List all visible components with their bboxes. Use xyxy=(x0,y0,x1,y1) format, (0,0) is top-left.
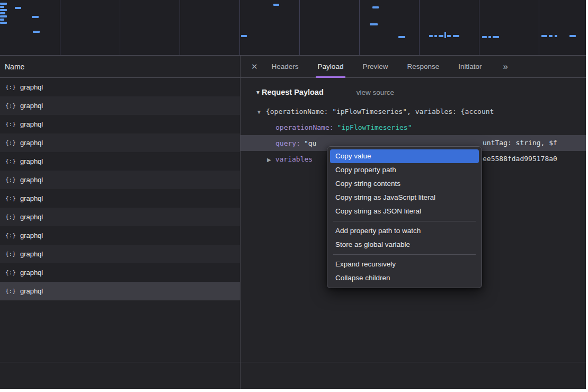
view-source-link[interactable]: view source xyxy=(357,88,394,96)
menu-item-collapse-children[interactable]: Collapse children xyxy=(330,271,479,285)
tabs-strip: HeadersPayloadPreviewResponseInitiator xyxy=(272,56,501,78)
property-key: query: xyxy=(275,139,300,147)
triangle-down-icon[interactable]: ▼ xyxy=(256,109,262,115)
json-braces-icon: {:} xyxy=(5,176,16,183)
grid-line xyxy=(539,0,539,55)
operation-name-row[interactable]: operationName:"ipFlowTimeseries" xyxy=(240,119,586,135)
request-row[interactable]: {:}graphql xyxy=(0,171,240,189)
request-timing-bar xyxy=(370,23,378,25)
network-overview[interactable] xyxy=(0,0,586,56)
request-name: graphql xyxy=(20,194,43,202)
json-braces-icon: {:} xyxy=(5,213,16,220)
property-value-continued: ee5588fdad995178a0 xyxy=(483,151,557,167)
triangle-right-icon[interactable]: ▶ xyxy=(267,157,271,163)
context-menu: Copy valueCopy property pathCopy string … xyxy=(327,146,482,288)
menu-item-copy-string-contents[interactable]: Copy string contents xyxy=(330,177,479,191)
request-timing-bar xyxy=(482,36,487,38)
request-row[interactable]: {:}graphql xyxy=(0,133,240,152)
request-row[interactable]: {:}graphql xyxy=(0,282,240,300)
request-row[interactable]: {:}graphql xyxy=(0,226,240,245)
request-row[interactable]: {:}graphql xyxy=(0,96,240,115)
request-row[interactable]: {:}graphql xyxy=(0,189,240,208)
request-timing-bar xyxy=(0,19,4,21)
json-braces-icon: {:} xyxy=(5,251,16,257)
request-payload-section: ▼ Request Payload view source xyxy=(255,86,586,98)
request-name: graphql xyxy=(20,120,43,128)
tab-response[interactable]: Response xyxy=(407,56,439,78)
section-title: Request Payload xyxy=(262,88,324,96)
menu-item-expand-recursively[interactable]: Expand recursively xyxy=(330,257,479,271)
request-name: graphql xyxy=(20,287,43,295)
payload-preview-text: {operationName: "ipFlowTimeseries", vari… xyxy=(266,108,494,115)
network-panel: Name {:}graphql{:}graphql{:}graphql{:}gr… xyxy=(0,56,586,389)
request-timing-bar xyxy=(0,12,5,14)
property-value: "ipFlowTimeseries" xyxy=(337,123,412,131)
grid-line xyxy=(299,0,300,55)
property-key: variables xyxy=(275,155,313,163)
menu-item-copy-value[interactable]: Copy value xyxy=(330,149,479,163)
request-name: graphql xyxy=(20,231,43,239)
devtools-window: Name {:}graphql{:}graphql{:}graphql{:}gr… xyxy=(0,0,586,389)
requests-panel: Name {:}graphql{:}graphql{:}graphql{:}gr… xyxy=(0,56,240,389)
section-collapse-icon[interactable]: ▼ xyxy=(255,90,261,95)
request-row[interactable]: {:}graphql xyxy=(0,245,240,263)
tab-payload[interactable]: Payload xyxy=(318,56,344,78)
request-row[interactable]: {:}graphql xyxy=(0,78,240,96)
menu-item-copy-string-as-json-literal[interactable]: Copy string as JSON literal xyxy=(330,204,479,218)
request-row[interactable]: {:}graphql xyxy=(0,263,240,282)
menu-separator xyxy=(333,221,476,221)
details-tabbar: ✕ HeadersPayloadPreviewResponseInitiator… xyxy=(240,56,586,78)
property-value-continued: untTag: string, $f xyxy=(483,135,557,151)
payload-root-row[interactable]: ▼{operationName: "ipFlowTimeseries", var… xyxy=(240,103,586,119)
tab-initiator[interactable]: Initiator xyxy=(458,56,482,78)
request-name: graphql xyxy=(20,157,43,165)
request-timing-bar xyxy=(439,35,443,37)
request-name: graphql xyxy=(20,176,43,184)
json-braces-icon: {:} xyxy=(5,139,16,146)
menu-item-copy-property-path[interactable]: Copy property path xyxy=(330,163,479,177)
request-timing-bar xyxy=(241,35,247,37)
request-timing-bar xyxy=(0,9,7,11)
json-braces-icon: {:} xyxy=(5,232,16,239)
grid-line xyxy=(239,0,240,55)
request-name: graphql xyxy=(20,102,43,110)
request-timing-bar xyxy=(429,35,433,37)
json-braces-icon: {:} xyxy=(5,288,16,295)
request-timing-bar xyxy=(493,36,499,38)
request-name: graphql xyxy=(20,83,43,91)
request-timing-bar xyxy=(273,4,279,6)
more-tabs-icon[interactable]: » xyxy=(503,61,508,72)
panel-bottom-divider xyxy=(0,362,586,362)
request-timing-bar xyxy=(15,7,21,9)
request-timing-bar xyxy=(549,35,553,37)
name-column-header[interactable]: Name xyxy=(0,56,240,78)
request-row[interactable]: {:}graphql xyxy=(0,115,240,133)
json-braces-icon: {:} xyxy=(5,84,16,91)
tab-preview[interactable]: Preview xyxy=(362,56,388,78)
request-list: {:}graphql{:}graphql{:}graphql{:}graphql… xyxy=(0,78,240,300)
property-key: operationName: xyxy=(275,123,334,131)
menu-item-store-as-global-variable[interactable]: Store as global variable xyxy=(330,238,479,252)
request-timing-bar xyxy=(447,35,451,37)
request-timing-bar xyxy=(372,6,379,8)
request-timing-bar xyxy=(569,35,576,37)
request-name: graphql xyxy=(20,269,43,277)
request-timing-bar xyxy=(32,16,39,18)
request-name: graphql xyxy=(20,213,43,221)
grid-line xyxy=(479,0,479,55)
request-timing-bar xyxy=(453,35,459,37)
tab-headers[interactable]: Headers xyxy=(272,56,299,78)
request-timing-bar xyxy=(541,35,547,37)
grid-line xyxy=(419,0,420,55)
json-braces-icon: {:} xyxy=(5,158,16,165)
close-icon[interactable]: ✕ xyxy=(251,62,258,72)
grid-line xyxy=(120,0,120,55)
grid-line xyxy=(359,0,360,55)
json-braces-icon: {:} xyxy=(5,195,16,202)
grid-line xyxy=(60,0,60,55)
menu-item-add-property-path-to-watch[interactable]: Add property path to watch xyxy=(330,224,479,238)
menu-item-copy-string-as-javascript-literal[interactable]: Copy string as JavaScript literal xyxy=(330,191,479,204)
request-name: graphql xyxy=(20,250,43,258)
request-row[interactable]: {:}graphql xyxy=(0,152,240,171)
request-row[interactable]: {:}graphql xyxy=(0,208,240,226)
